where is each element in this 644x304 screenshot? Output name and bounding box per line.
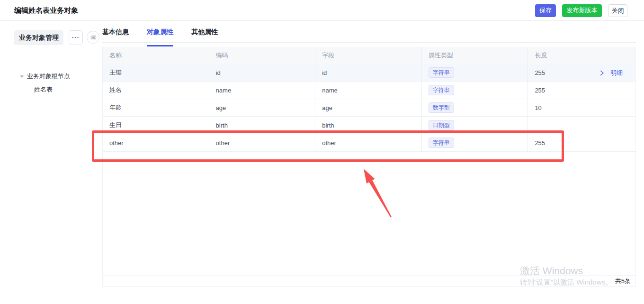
column-header-name: 名称	[103, 47, 209, 64]
save-button[interactable]: 保存	[535, 4, 556, 17]
table-row[interactable]: 年龄 age age 数字型 10	[103, 99, 635, 117]
tab-bar-divider	[102, 42, 636, 43]
table-header-row: 名称 编码 字段 属性类型 长度	[103, 47, 635, 64]
cell-code: id	[209, 64, 316, 81]
page-title: 编辑姓名表业务对象	[14, 0, 78, 21]
chevron-right-icon	[600, 70, 604, 76]
cell-code: age	[209, 99, 316, 116]
cell-name: 姓名	[103, 82, 209, 99]
cell-type: 字符串	[422, 134, 528, 151]
table-row[interactable]: other other other 字符串 255	[103, 134, 635, 152]
cell-name: 生日	[103, 117, 209, 134]
cell-code: name	[209, 82, 316, 99]
table-row[interactable]: 主键 id id 字符串 255 明细	[103, 64, 635, 82]
tab-basic-info[interactable]: 基本信息	[102, 26, 129, 42]
collapse-sidebar-button[interactable]	[87, 31, 99, 44]
type-badge: 字符串	[429, 67, 454, 78]
type-badge: 数字型	[429, 102, 454, 113]
app-window: 编辑姓名表业务对象 保存 发布新版本 关闭 业务对象管理 ··· 业务对象根节点…	[0, 0, 644, 304]
type-badge: 日期型	[429, 120, 454, 130]
close-button[interactable]: 关闭	[608, 4, 627, 17]
cell-length: 255 明细	[528, 64, 635, 81]
top-bar: 编辑姓名表业务对象 保存 发布新版本 关闭	[0, 0, 644, 21]
collapse-panel-icon	[90, 34, 97, 41]
type-badge: 字符串	[429, 138, 454, 148]
sidebar: 业务对象管理 ··· 业务对象根节点 姓名表	[0, 21, 93, 293]
column-header-field: 字段	[315, 47, 422, 64]
cell-field: age	[315, 99, 422, 116]
cell-type: 数字型	[422, 99, 528, 116]
column-header-length: 长度	[528, 47, 635, 64]
type-badge: 字符串	[429, 85, 454, 95]
table-footer: 共5条	[103, 275, 635, 287]
total-count-label: 共5条	[615, 277, 631, 286]
cell-type: 字符串	[422, 82, 528, 99]
cell-code: other	[209, 134, 316, 151]
cell-type: 日期型	[422, 117, 528, 134]
cell-name: other	[103, 134, 209, 151]
cell-length: 10	[528, 99, 635, 116]
cell-length	[528, 117, 635, 134]
more-actions-button[interactable]: ···	[69, 30, 83, 45]
cell-type: 字符串	[422, 64, 528, 81]
cell-name: 主键	[103, 64, 209, 81]
table-row[interactable]: 生日 birth birth 日期型	[103, 117, 635, 134]
cell-length: 255	[528, 134, 635, 151]
tab-other-properties[interactable]: 其他属性	[191, 26, 218, 42]
detail-link-label: 明细	[610, 69, 623, 77]
cell-field: id	[315, 64, 422, 81]
tab-bar: 基本信息 对象属性 其他属性	[102, 26, 218, 42]
cell-field: name	[315, 82, 422, 99]
caret-down-icon[interactable]	[20, 75, 24, 78]
table-row[interactable]: 姓名 name name 字符串 255	[103, 82, 635, 99]
cell-code: birth	[209, 117, 316, 134]
tree-node-root[interactable]: 业务对象根节点	[20, 72, 70, 81]
tree-node-name-table[interactable]: 姓名表	[34, 85, 53, 94]
cell-length: 255	[528, 82, 635, 99]
cell-name: 年龄	[103, 99, 209, 116]
tree-node-root-label: 业务对象根节点	[27, 72, 70, 81]
detail-link[interactable]: 明细	[600, 64, 623, 81]
column-header-type: 属性类型	[422, 47, 528, 64]
cell-field: other	[315, 134, 422, 151]
cell-field: birth	[315, 117, 422, 134]
sidebar-panel-title[interactable]: 业务对象管理	[14, 30, 63, 45]
properties-table: 名称 编码 字段 属性类型 长度 主键 id id 字符串 255 明细 姓名 …	[102, 47, 636, 287]
publish-new-version-button[interactable]: 发布新版本	[562, 4, 602, 17]
table-empty-area	[103, 152, 635, 275]
tab-object-properties[interactable]: 对象属性	[147, 26, 173, 42]
column-header-code: 编码	[209, 47, 316, 64]
